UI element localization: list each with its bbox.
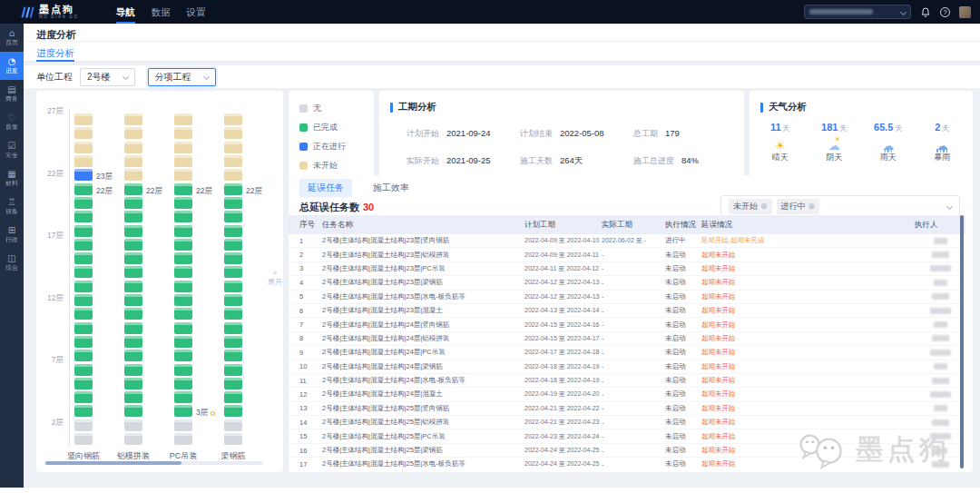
table-row[interactable]: 142号楼|主体结构|混凝土结构|25层|铝模拼装2022-04-21 至 20… xyxy=(289,416,965,429)
chart-block xyxy=(174,281,192,292)
sidebar-item-admin[interactable]: ⊞行政 xyxy=(0,221,24,249)
cell-actual-dates: - xyxy=(602,321,665,328)
remove-tag-icon[interactable]: ⊗ xyxy=(808,202,816,211)
chart-block xyxy=(74,155,93,167)
cell-delay: 超期未开始 xyxy=(701,334,915,343)
unit-project-select[interactable]: 2号楼 xyxy=(80,68,135,86)
weather-item: 11天☀晴天 xyxy=(753,118,808,163)
app-logo: 墨点狗 MO DIAN GO xyxy=(20,5,79,20)
sidebar-item-label: 首页 xyxy=(1,38,22,45)
status-filter-select[interactable]: 未开始⊗进行中⊗ xyxy=(720,195,960,217)
expand-control[interactable]: » 展开 xyxy=(268,269,282,287)
tab-progress-analysis[interactable]: 进度分析 xyxy=(36,47,74,62)
cell-task-name: 2号楼|主体结构|混凝土结构|24层|铝模拼装 xyxy=(322,334,524,343)
cell-seq: 1 xyxy=(299,237,322,245)
table-row[interactable]: 32号楼|主体结构|混凝土结构|23层|PC吊装2022-04-11 至 202… xyxy=(289,262,965,276)
category-label: 梁钢筋 xyxy=(211,450,256,462)
chart-block xyxy=(224,225,242,237)
cell-delay: 超期未开始 xyxy=(701,404,915,413)
table-row[interactable]: 72号楼|主体结构|混凝土结构|24层|竖向钢筋2022-04-15 至 202… xyxy=(289,318,965,331)
cell-delay: 延期开始,超期未完成 xyxy=(701,236,915,245)
table-row[interactable]: 102号楼|主体结构|混凝土结构|24层|梁钢筋2022-04-18 至 202… xyxy=(289,360,965,374)
weather-label: 雨天 xyxy=(861,152,916,163)
field-label: 总工期 xyxy=(633,129,658,138)
table-row[interactable]: 82号楼|主体结构|混凝土结构|24层|铝模拼装2022-04-15 至 202… xyxy=(289,332,965,346)
weather-label: 阴天 xyxy=(808,152,862,163)
executor-name-redacted xyxy=(930,391,951,398)
bar-label: 22层 xyxy=(246,186,262,197)
chart-block xyxy=(174,211,192,222)
project-select-value-redacted xyxy=(809,9,873,15)
table-row[interactable]: 162号楼|主体结构|混凝土结构|25层|梁钢筋2022-04-24 至 202… xyxy=(289,444,965,458)
table-row[interactable]: 132号楼|主体结构|混凝土结构|25层|竖向钢筋2022-04-21 至 20… xyxy=(289,402,965,416)
table-row[interactable]: 92号楼|主体结构|混凝土结构|24层|PC吊装2022-04-17 至 202… xyxy=(289,346,965,360)
legend-item-active[interactable]: 正在进行 xyxy=(299,141,374,153)
cell-status: 未启动 xyxy=(665,278,701,287)
cell-actual-dates: - xyxy=(602,293,665,300)
executor-name-redacted xyxy=(932,251,949,258)
help-icon[interactable]: ? xyxy=(940,7,950,17)
sidebar-item-safety[interactable]: ☑安全 xyxy=(0,136,24,164)
cell-task-name: 2号楼|主体结构|混凝土结构|25层|梁钢筋 xyxy=(322,446,524,455)
cell-seq: 7 xyxy=(299,320,322,329)
legend-item-done[interactable]: 已完成 xyxy=(299,122,374,133)
nav-item-0[interactable]: 导航 xyxy=(108,0,143,24)
chart-block xyxy=(174,322,192,334)
column-header-2: 计划工期 xyxy=(524,220,602,231)
chart-block xyxy=(124,155,142,167)
sidebar-item-home[interactable]: ⌂首页 xyxy=(0,24,24,52)
filter-tag[interactable]: 进行中⊗ xyxy=(777,199,820,214)
table-row[interactable]: 172号楼|主体结构|混凝土结构|25层|水电-板负筋等2022-04-24 至… xyxy=(289,458,965,470)
executor-name-redacted xyxy=(930,265,951,271)
cell-executor xyxy=(915,293,965,300)
legend-item-none[interactable]: 无 xyxy=(299,103,374,114)
table-scrollbar[interactable] xyxy=(960,215,964,468)
cell-executor xyxy=(915,433,965,439)
remove-tag-icon[interactable]: ⊗ xyxy=(760,202,768,211)
table-row[interactable]: 112号楼|主体结构|混凝土结构|24层|水电-板负筋等2022-04-18 至… xyxy=(289,374,965,388)
sidebar-item-comprehensive[interactable]: ◫综合 xyxy=(0,249,24,277)
executor-name-redacted xyxy=(934,238,947,244)
chart-block xyxy=(74,419,93,431)
sidebar-item-materials[interactable]: ▦材料 xyxy=(0,164,24,192)
cloud-icon: ☀☁ xyxy=(808,136,862,152)
chart-block xyxy=(124,266,142,278)
avatar[interactable] xyxy=(959,6,971,18)
weather-item: 65.5天☁雨天 xyxy=(861,118,916,163)
cell-delay: 超期未开始 xyxy=(701,446,915,455)
table-row[interactable]: 62号楼|主体结构|混凝土结构|23层|混凝土2022-04-13 至 2022… xyxy=(289,304,965,318)
cell-seq: 5 xyxy=(299,292,322,301)
cell-seq: 3 xyxy=(299,264,322,272)
sidebar-item-progress[interactable]: ◔进度 xyxy=(0,52,24,80)
bar-column xyxy=(74,113,93,445)
bell-icon[interactable] xyxy=(920,6,931,18)
sidebar-item-quality[interactable]: ♡质量 xyxy=(0,108,24,136)
table-row[interactable]: 22号楼|主体结构|混凝土结构|23层|铝模拼装2022-04-09 至 202… xyxy=(289,248,965,261)
table-row[interactable]: 42号楼|主体结构|混凝土结构|23层|梁钢筋2022-04-12 至 2022… xyxy=(289,276,965,290)
admin-icon: ⊞ xyxy=(0,225,24,235)
home-icon: ⌂ xyxy=(0,28,24,38)
project-select[interactable] xyxy=(804,5,911,19)
legend-item-pending[interactable]: 未开始 xyxy=(299,160,374,172)
executor-name-redacted xyxy=(932,378,949,384)
table-row[interactable]: 12号楼|主体结构|混凝土结构|23层|竖向钢筋2022-04-09 至 202… xyxy=(289,234,965,248)
sidebar-item-equipment[interactable]: ♖设备 xyxy=(0,192,24,221)
table-row[interactable]: 122号楼|主体结构|混凝土结构|24层|混凝土2022-04-19 至 202… xyxy=(289,388,965,401)
task-tab-0[interactable]: 延误任务 xyxy=(299,179,352,197)
nav-item-2[interactable]: 设置 xyxy=(179,0,214,24)
filter-tag[interactable]: 未开始⊗ xyxy=(729,199,772,214)
filter-bar: 单位工程 2号楼 分项工程 xyxy=(24,65,980,88)
task-tab-1[interactable]: 施工效率 xyxy=(365,179,417,197)
chart-block xyxy=(224,197,242,209)
cell-executor xyxy=(915,238,965,244)
cell-delay: 超期未开始 xyxy=(701,278,915,287)
cell-planned-dates: 2022-04-12 至 2022-04-13 xyxy=(524,292,602,301)
division-project-select[interactable]: 分项工程 xyxy=(148,68,216,86)
sidebar-item-business[interactable]: ▤商务 xyxy=(0,80,24,108)
table-row[interactable]: 52号楼|主体结构|混凝土结构|23层|水电-板负筋等2022-04-12 至 … xyxy=(289,291,965,304)
cell-actual-dates: - xyxy=(602,265,665,271)
chart-block xyxy=(224,142,242,153)
table-row[interactable]: 152号楼|主体结构|混凝土结构|25层|PC吊装2022-04-23 至 20… xyxy=(289,429,965,443)
nav-item-1[interactable]: 数据 xyxy=(143,0,179,24)
executor-name-redacted xyxy=(930,350,951,356)
